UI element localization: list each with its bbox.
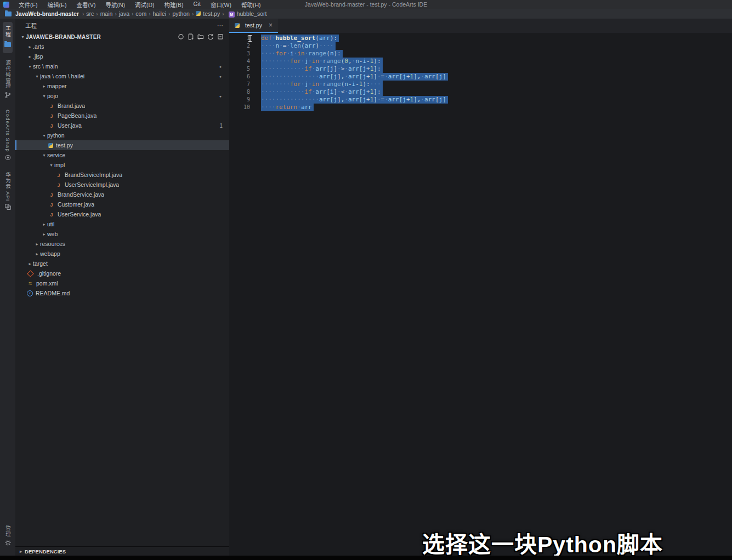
code-line[interactable]: 7········for·j·in·range(n-i-1):···	[229, 81, 732, 88]
close-icon[interactable]: ×	[269, 21, 273, 29]
tree-item-src-main[interactable]: ▾src \ main●	[15, 61, 229, 71]
code-line[interactable]: 10····return·arr	[229, 104, 732, 111]
code-line[interactable]: 5············if·arr[j]·>·arr[j+1]:	[229, 65, 732, 73]
menu-item-h[interactable]: 帮助(H)	[236, 0, 266, 9]
code-line[interactable]: 9················arr[j],·arr[j+1]·=·arr[…	[229, 96, 732, 104]
breadcrumb-segment-python[interactable]: python	[172, 10, 190, 17]
code-token: -	[366, 58, 370, 65]
code-token: ·	[344, 88, 348, 95]
activity-item-codearts-snap[interactable]: CodeArts Snap	[3, 106, 13, 165]
tree-item-userserviceimpl-java[interactable]: JUserServiceImpl.java	[15, 180, 229, 190]
breadcrumb-project[interactable]: JavaWeb-brand-master	[15, 10, 79, 17]
code-token: ·	[421, 73, 424, 80]
code-line[interactable]: 4········for·j·in·range(0,·n-i-1):	[229, 58, 732, 65]
breadcrumb-segment-hailei[interactable]: hailei	[153, 10, 167, 17]
folder-icon	[4, 39, 11, 49]
tree-item-jlsp[interactable]: ▸.jlsp	[15, 52, 229, 61]
code-token: [	[435, 73, 439, 80]
breadcrumb-segment-main[interactable]: main	[100, 10, 113, 17]
breadcrumb-segment-java[interactable]: java	[119, 10, 129, 17]
code-token: arr	[319, 35, 330, 42]
code-line[interactable]: 1def·hubble_sort(arr):	[229, 35, 732, 42]
tree-item-pagebean-java[interactable]: JPageBean.java	[15, 111, 229, 121]
tree-item-impl[interactable]: ▾impl	[15, 160, 229, 170]
refresh-icon[interactable]	[207, 33, 214, 40]
code-line[interactable]: 8············if·arr[i]·<·arr[j+1]:	[229, 88, 732, 96]
tree-item-resources[interactable]: ▸resources	[15, 239, 229, 249]
menu-item-b[interactable]: 构建(B)	[160, 0, 189, 9]
code-token: +	[406, 73, 410, 80]
tree-item-webapp[interactable]: ▸webapp	[15, 249, 229, 259]
editor-area[interactable]: test.py × 1def·hubble_sort(arr):2····n·=…	[229, 19, 732, 556]
more-actions-icon[interactable]: ⋯	[217, 22, 224, 29]
tree-item-test-py[interactable]: test.py	[15, 140, 229, 150]
menu-item-n[interactable]: 导航(N)	[100, 0, 130, 9]
tree-item-service[interactable]: ▾service	[15, 150, 229, 160]
tree-item-brandservice-java[interactable]: JBrandService.java	[15, 190, 229, 199]
new-folder-icon[interactable]	[197, 33, 204, 40]
tree-item-label: impl	[54, 162, 65, 168]
codearts-logo-icon	[3, 2, 9, 8]
line-number[interactable]: 9	[229, 96, 261, 104]
project-folder-icon	[5, 12, 12, 16]
menu-item-git[interactable]: Git	[189, 0, 206, 9]
collapse-all-icon[interactable]	[217, 33, 224, 40]
code-line[interactable]: 2····n·=·len(arr)····	[229, 42, 732, 50]
tree-item-label: .arts	[33, 43, 44, 50]
tree-item-readme-md[interactable]: iREADME.md	[15, 288, 229, 298]
code-editor[interactable]: 1def·hubble_sort(arr):2····n·=·len(arr)·…	[229, 33, 732, 111]
tree-item-brandserviceimpl-java[interactable]: JBrandServiceImpl.java	[15, 170, 229, 180]
tree-item-pojo[interactable]: ▾pojo●	[15, 91, 229, 101]
line-number[interactable]: 5	[229, 65, 261, 73]
menu-item-d[interactable]: 调试(D)	[130, 0, 160, 9]
line-number[interactable]: 2	[229, 42, 261, 50]
menu-item-f[interactable]: 文件(F)	[14, 0, 42, 9]
tree-item-userservice-java[interactable]: JUserService.java	[15, 209, 229, 219]
activity-item-item[interactable]: 工程	[3, 22, 13, 53]
line-number[interactable]: 3	[229, 50, 261, 58]
activity-item-item[interactable]: 管理	[3, 522, 13, 550]
tree-item-target[interactable]: ▸target	[15, 259, 229, 268]
tree-item-customer-java[interactable]: JCustomer.java	[15, 199, 229, 209]
tab-test-py[interactable]: test.py ×	[229, 19, 278, 33]
activity-item-api[interactable]: 华为云 API	[3, 168, 13, 214]
code-token: +	[406, 96, 410, 103]
line-number[interactable]: 1	[229, 35, 261, 42]
activity-item-item[interactable]: 源代码管理	[3, 56, 13, 102]
menu-item-e[interactable]: 编辑(E)	[42, 0, 71, 9]
tree-item-arts[interactable]: ▸.arts	[15, 42, 229, 52]
chevron-right-icon: ›	[192, 11, 194, 17]
breadcrumb-segment-com[interactable]: com	[135, 10, 146, 17]
tree-item-mapper[interactable]: ▸mapper	[15, 81, 229, 91]
tree-item-user-java[interactable]: JUser.java1	[15, 121, 229, 130]
line-number[interactable]: 6	[229, 73, 261, 81]
menu-item-w[interactable]: 窗口(W)	[206, 0, 236, 9]
breadcrumb: JavaWeb-brand-master ›src›main›java›com›…	[0, 9, 732, 19]
tree-item-gitignore[interactable]: .gitignore	[15, 268, 229, 278]
tree-item-javaweb-brand-master[interactable]: ▾JAVAWEB-BRAND-MASTER	[15, 32, 229, 42]
breadcrumb-segment-src[interactable]: src	[86, 10, 94, 17]
activity-bar: 工程源代码管理CodeArts Snap华为云 API 管理	[0, 19, 15, 556]
line-number[interactable]: 7	[229, 81, 261, 88]
line-number[interactable]: 4	[229, 58, 261, 65]
new-file-icon[interactable]	[188, 33, 194, 40]
line-number[interactable]: 8	[229, 88, 261, 96]
code-token: ·	[384, 96, 388, 103]
code-line[interactable]: 6················arr[j],·arr[j+1]·=·arr[…	[229, 73, 732, 81]
breadcrumb-symbol[interactable]: hubble_sort	[237, 10, 267, 17]
tree-item-brand-java[interactable]: JBrand.java	[15, 101, 229, 111]
code-line[interactable]: 3····for·i·in·range(n):	[229, 50, 732, 58]
tree-item-pom-xml[interactable]: ≈pom.xml	[15, 278, 229, 288]
menu-item-v[interactable]: 查看(V)	[71, 0, 100, 9]
breadcrumb-file[interactable]: test.py	[203, 10, 220, 17]
tree-item-util[interactable]: ▸util	[15, 219, 229, 229]
line-number[interactable]: 10	[229, 104, 261, 111]
sync-icon[interactable]	[178, 33, 184, 40]
code-token: range	[323, 58, 341, 65]
code-token: ·	[272, 35, 276, 42]
code-token: n	[344, 81, 348, 88]
tree-item-python[interactable]: ▾python	[15, 130, 229, 140]
dependencies-section[interactable]: ▸ DEPENDENCIES	[15, 546, 229, 556]
tree-item-java-com-hailei[interactable]: ▾java \ com \ hailei●	[15, 71, 229, 81]
tree-item-web[interactable]: ▸web	[15, 229, 229, 239]
